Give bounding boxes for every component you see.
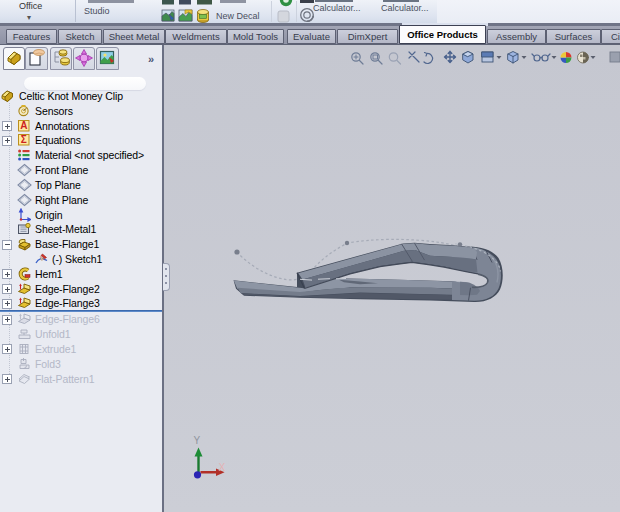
svg-text:X: X <box>219 462 226 473</box>
svg-text:Y: Y <box>194 435 201 446</box>
